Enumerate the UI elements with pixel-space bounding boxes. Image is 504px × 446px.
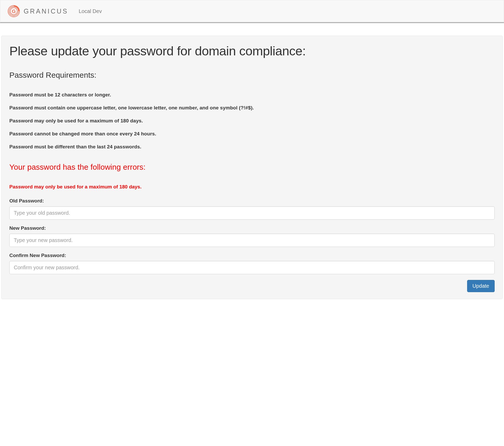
requirements-list: Password must be 12 characters or longer… [9, 92, 495, 150]
form-group-new-password: New Password: [9, 225, 495, 247]
new-password-label: New Password: [9, 225, 495, 231]
requirement-item: Password cannot be changed more than onc… [9, 131, 495, 137]
navbar: G GRANICUS Local Dev [0, 0, 504, 23]
requirement-item: Password must be different than the last… [9, 144, 495, 150]
old-password-label: Old Password: [9, 198, 495, 204]
brand-text: GRANICUS [24, 8, 68, 15]
requirement-item: Password must contain one uppercase lett… [9, 105, 495, 111]
requirement-item: Password must be 12 characters or longer… [9, 92, 495, 98]
confirm-password-input[interactable] [9, 261, 495, 274]
errors-list: Password may only be used for a maximum … [9, 184, 495, 190]
update-button[interactable]: Update [467, 280, 495, 292]
svg-text:G: G [12, 9, 16, 14]
main-panel: Please update your password for domain c… [1, 36, 503, 299]
requirements-heading: Password Requirements: [9, 71, 495, 80]
granicus-logo-icon: G [8, 5, 20, 17]
old-password-input[interactable] [9, 206, 495, 220]
new-password-input[interactable] [9, 234, 495, 247]
error-item: Password may only be used for a maximum … [9, 184, 495, 190]
nav-link-local-dev[interactable]: Local Dev [79, 8, 102, 14]
requirement-item: Password may only be used for a maximum … [9, 118, 495, 124]
form-actions: Update [9, 280, 495, 292]
brand[interactable]: G GRANICUS [8, 5, 68, 17]
form-group-old-password: Old Password: [9, 198, 495, 220]
page-title: Please update your password for domain c… [9, 44, 495, 58]
confirm-password-label: Confirm New Password: [9, 253, 495, 258]
errors-heading: Your password has the following errors: [9, 163, 495, 172]
form-group-confirm-password: Confirm New Password: [9, 253, 495, 274]
